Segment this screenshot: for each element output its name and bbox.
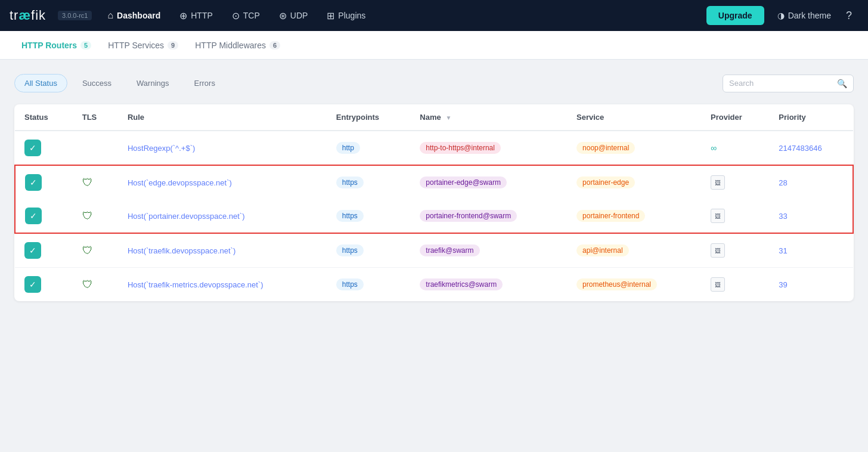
nav-http-label: HTTP [191,11,213,20]
cell-service: prometheus@internal [567,268,701,302]
cell-entrypoints: https [327,165,411,199]
nav-dashboard-label: Dashboard [117,11,160,20]
nav-tcp-label: TCP [243,11,260,20]
rule-value: Host(`portainer.devopsspace.net`) [128,212,245,221]
cell-entrypoints: http [327,131,411,165]
entrypoints-badge: http [336,142,360,154]
cell-priority: 2147483646 [769,131,853,165]
subnav-http-middlewares-count: 6 [269,41,280,49]
dark-theme-toggle[interactable]: ◑ Dark theme [771,7,837,24]
cell-entrypoints: https [327,268,411,302]
subnav-http-middlewares-label: HTTP Middlewares [195,41,266,50]
filter-success[interactable]: Success [72,74,122,92]
cell-name: portainer-edge@swarm [410,165,567,199]
filter-warnings[interactable]: Warnings [126,74,179,92]
search-icon: 🔍 [837,79,847,88]
cell-status: ✓ [15,131,73,165]
provider-icon: 🖼 [711,243,725,258]
name-badge: portainer-frontend@swarm [420,210,517,222]
subnav-http-services-label: HTTP Services [108,41,164,50]
filter-all-status[interactable]: All Status [14,74,67,92]
rule-value: Host(`edge.devopsspace.net`) [128,178,232,187]
subnav-http-routers[interactable]: HTTP Routers 5 [14,37,98,54]
cell-priority: 28 [769,165,853,199]
provider-icon: ∞ [711,143,717,153]
cell-provider: 🖼 [701,165,769,199]
cell-tls: 🛡 [73,268,118,302]
help-button[interactable]: ? [839,6,858,25]
entrypoints-badge: https [336,210,364,222]
cell-provider: 🖼 [701,233,769,268]
filter-bar: All Status Success Warnings Errors 🔍 [14,74,854,92]
service-badge: api@internal [576,244,629,256]
sort-icon: ▼ [445,114,451,121]
col-provider: Provider [701,104,769,131]
rule-value: Host(`traefik-metrics.devopsspace.net`) [128,280,264,289]
col-priority: Priority [769,104,853,131]
cell-priority: 39 [769,268,853,302]
entrypoints-badge: https [336,278,364,290]
cell-provider: ∞ [701,131,769,165]
dashboard-icon: ⌂ [107,10,113,21]
entrypoints-badge: https [336,177,364,188]
priority-value: 33 [779,212,787,221]
tls-shield-icon: 🛡 [82,244,93,256]
cell-status: ✓ [15,233,73,268]
table-row[interactable]: ✓🛡Host(`edge.devopsspace.net`)httpsporta… [15,165,853,199]
cell-entrypoints: https [327,199,411,233]
table-row[interactable]: ✓HostRegexp(`^.+$`)httphttp-to-https@int… [15,131,853,165]
cell-status: ✓ [15,199,73,233]
cell-name: portainer-frontend@swarm [410,199,567,233]
nav-udp[interactable]: ⊛ UDP [271,7,317,25]
cell-service: noop@internal [567,131,701,165]
cell-tls [73,131,118,165]
cell-status: ✓ [15,268,73,302]
cell-rule: Host(`portainer.devopsspace.net`) [118,199,327,233]
name-badge: http-to-https@internal [420,142,501,154]
table-row[interactable]: ✓🛡Host(`traefik-metrics.devopsspace.net`… [15,268,853,302]
col-name[interactable]: Name ▼ [410,104,567,131]
help-icon: ? [846,10,852,22]
status-icon: ✓ [25,174,42,191]
plugins-icon: ⊞ [327,10,334,21]
service-badge: noop@internal [576,142,635,154]
table-row[interactable]: ✓🛡Host(`traefik.devopsspace.net`)httpstr… [15,233,853,268]
tls-shield-icon: 🛡 [82,210,93,222]
provider-icon: 🖼 [711,277,725,292]
col-service: Service [567,104,701,131]
service-badge: portainer-frontend [576,210,645,222]
entrypoints-badge: https [336,244,364,256]
status-icon: ✓ [24,242,41,259]
table-row[interactable]: ✓🛡Host(`portainer.devopsspace.net`)https… [15,199,853,233]
subnav-http-services[interactable]: HTTP Services 9 [101,37,185,54]
nav-udp-label: UDP [290,11,308,20]
nav-http[interactable]: ⊕ HTTP [171,7,221,25]
cell-status: ✓ [15,165,73,199]
subnav-http-routers-label: HTTP Routers [21,41,77,50]
subnav-http-middlewares[interactable]: HTTP Middlewares 6 [188,37,287,54]
cell-entrypoints: https [327,233,411,268]
cell-name: traefikmetrics@swarm [410,268,567,302]
status-icon: ✓ [24,276,41,293]
provider-icon: 🖼 [711,209,725,223]
filter-errors[interactable]: Errors [184,74,225,92]
rule-value: Host(`traefik.devopsspace.net`) [128,246,235,255]
cell-rule: HostRegexp(`^.+$`) [118,131,327,165]
col-rule: Rule [118,104,327,131]
cell-rule: Host(`traefik-metrics.devopsspace.net`) [118,268,327,302]
cell-provider: 🖼 [701,268,769,302]
routers-table: Status TLS Rule Entrypoints Name ▼ Servi… [14,104,854,301]
http-icon: ⊕ [179,10,187,21]
cell-rule: Host(`edge.devopsspace.net`) [118,165,327,199]
logo-text: træfik [10,8,46,23]
tls-shield-icon: 🛡 [82,177,93,188]
nav-tcp[interactable]: ⊙ TCP [224,7,268,25]
status-icon: ✓ [25,208,42,224]
search-input[interactable] [729,79,833,88]
logo: træfik [10,8,46,23]
nav-dashboard[interactable]: ⌂ Dashboard [99,7,169,24]
nav-plugins[interactable]: ⊞ Plugins [318,7,374,25]
search-box: 🔍 [723,75,854,92]
upgrade-button[interactable]: Upgrade [706,6,764,25]
version-badge: 3.0.0-rc1 [58,11,92,20]
